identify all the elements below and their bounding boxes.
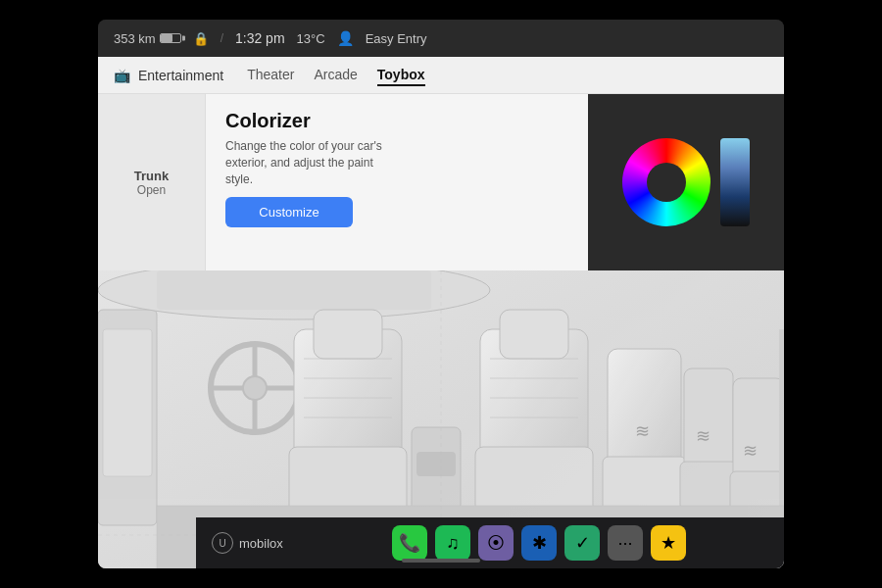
entertainment-icon: 📺: [114, 68, 130, 83]
more-icon[interactable]: ···: [608, 525, 643, 561]
games-icon[interactable]: ★: [651, 525, 686, 561]
taskbar-center: 📞 ♫ ⦿ ✱ ✓ ··· ★: [392, 525, 686, 561]
color-wheel[interactable]: [622, 138, 710, 226]
tab-toybox[interactable]: Toybox: [377, 65, 425, 86]
trunk-label: Trunk: [134, 169, 169, 183]
color-slider[interactable]: [720, 138, 750, 226]
trunk-status: Open: [137, 183, 166, 197]
temperature-display: 13°C: [297, 31, 325, 46]
svg-rect-36: [779, 329, 784, 525]
nav-tabs: Theater Arcade Toybox: [247, 65, 424, 86]
nav-bar: 📺 Entertainment Theater Arcade Toybox: [98, 57, 784, 94]
svg-text:≋: ≋: [696, 426, 710, 446]
svg-rect-2: [103, 329, 152, 476]
colorizer-description: Change the color of your car's exterior,…: [225, 138, 382, 187]
time-display: 1:32 pm: [235, 30, 285, 46]
taskbar: U mobilox 📞 ♫ ⦿ ✱ ✓ ··· ★ ‹ › 🔊×: [196, 517, 784, 568]
battery-icon: [160, 33, 181, 43]
trunk-panel[interactable]: Trunk Open: [98, 94, 206, 270]
content-area: Trunk Open Colorizer Change the color of…: [98, 94, 784, 270]
svg-text:≋: ≋: [743, 441, 758, 461]
svg-rect-21: [475, 447, 593, 515]
tab-arcade[interactable]: Arcade: [314, 65, 357, 86]
bluetooth-icon[interactable]: ✱: [521, 525, 557, 561]
colorizer-title: Colorizer: [225, 110, 568, 132]
svg-rect-12: [289, 447, 407, 515]
profile-icon: 👤: [337, 30, 354, 46]
status-divider: /: [220, 31, 223, 45]
customize-button[interactable]: Customize: [225, 197, 353, 227]
home-bar[interactable]: [402, 559, 480, 563]
range-display: 353 km: [114, 31, 181, 46]
svg-rect-22: [500, 310, 568, 359]
map-icon[interactable]: ✓: [564, 525, 600, 561]
brand-area: U mobilox: [212, 532, 283, 554]
brand-icon: U: [212, 532, 233, 554]
svg-rect-13: [314, 310, 382, 359]
brand-label: mobilox: [239, 536, 283, 551]
lock-icon: 🔒: [193, 31, 209, 46]
spotify-icon[interactable]: ♫: [435, 525, 470, 561]
entertainment-label: Entertainment: [138, 68, 223, 83]
color-wheel-area: [588, 94, 784, 270]
entertainment-section: 📺 Entertainment: [114, 68, 223, 83]
phone-icon[interactable]: 📞: [392, 525, 427, 561]
colorizer-section: Colorizer Change the color of your car's…: [206, 94, 588, 270]
camera-icon[interactable]: ⦿: [478, 525, 514, 561]
svg-point-6: [243, 376, 267, 400]
easy-entry-label: Easy Entry: [366, 31, 427, 46]
status-bar: 353 km 🔒 / 1:32 pm 13°C 👤 Easy Entry: [98, 20, 784, 57]
range-value: 353 km: [114, 31, 156, 46]
svg-rect-19: [416, 452, 456, 476]
svg-rect-4: [157, 270, 431, 310]
svg-text:≋: ≋: [635, 421, 650, 441]
tab-theater[interactable]: Theater: [247, 65, 294, 86]
taskbar-left: U mobilox: [212, 532, 283, 554]
main-screen: 353 km 🔒 / 1:32 pm 13°C 👤 Easy Entry 📺 E…: [98, 20, 784, 568]
svg-rect-31: [680, 462, 737, 511]
